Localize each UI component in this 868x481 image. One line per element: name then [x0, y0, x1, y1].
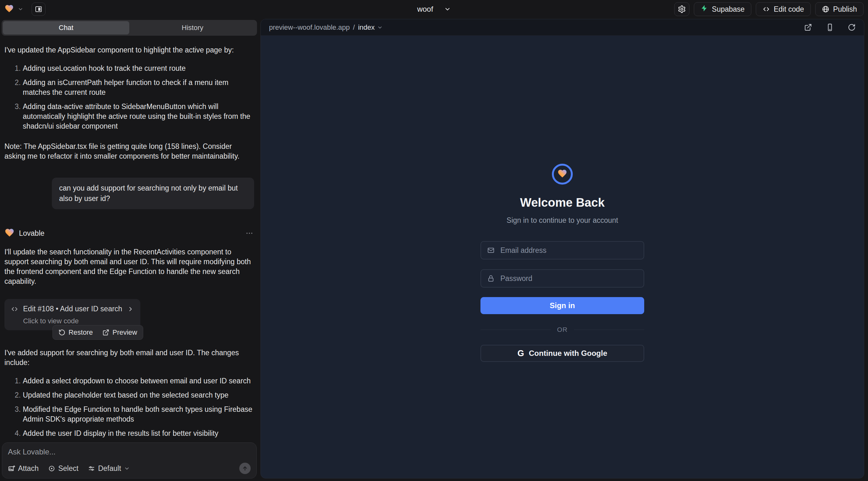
tab-chat[interactable]: Chat	[3, 21, 129, 34]
code-icon	[11, 305, 18, 313]
panel-left-icon	[35, 5, 42, 13]
lock-icon	[487, 275, 495, 282]
project-name: woof	[417, 5, 433, 13]
list-item: Added the user ID display in the results…	[23, 428, 254, 438]
mail-icon	[487, 247, 495, 254]
assistant-message-summary: I've added support for searching by both…	[4, 348, 254, 367]
message-options-button[interactable]	[245, 229, 254, 237]
chat-panel: Chat History I've updated the AppSidebar…	[0, 18, 258, 481]
chevron-down-icon[interactable]	[377, 25, 383, 30]
list-item: Updated the placeholder text based on th…	[23, 390, 254, 400]
chat-message-list[interactable]: I've updated the AppSidebar component to…	[0, 36, 258, 439]
edit-code-button[interactable]: Edit code	[756, 2, 811, 16]
mode-selector-button[interactable]: Default	[88, 464, 130, 473]
attach-button[interactable]: Attach	[8, 464, 38, 473]
app-logo	[552, 164, 573, 185]
assistant-message-list: Adding useLocation hook to track the cur…	[4, 64, 254, 131]
lovable-heart-icon	[4, 228, 14, 239]
attach-label: Attach	[18, 464, 38, 473]
url-path-separator: /	[353, 23, 355, 32]
select-element-button[interactable]: Select	[48, 464, 79, 473]
chevron-down-icon	[124, 466, 130, 472]
preview-panel: preview--woof.lovable.app / index	[260, 19, 864, 478]
list-item: Adding an isCurrentPath helper function …	[23, 78, 254, 97]
restore-button[interactable]: Restore	[59, 328, 93, 336]
email-field[interactable]	[500, 246, 638, 255]
settings-button[interactable]	[674, 2, 689, 16]
tab-history[interactable]: History	[129, 21, 256, 34]
assistant-message-list-2: Added a select dropdown to choose betwee…	[4, 376, 254, 438]
project-switcher[interactable]: woof	[417, 5, 451, 13]
preview-url: preview--woof.lovable.app	[269, 23, 350, 32]
lovable-logo-heart-icon[interactable]	[4, 4, 14, 14]
assistant-header: Lovable	[4, 228, 254, 239]
page-title: Welcome Back	[520, 196, 605, 210]
edit-code-label: Edit code	[774, 5, 804, 13]
chat-history-tabs: Chat History	[2, 20, 257, 36]
restore-icon	[59, 329, 65, 336]
select-label: Select	[58, 464, 79, 473]
topbar-actions: Supabase Edit code Publish	[674, 2, 864, 16]
continue-with-google-button[interactable]: G Continue with Google	[480, 345, 644, 362]
preview-label: Preview	[113, 328, 137, 336]
supabase-label: Supabase	[712, 5, 745, 13]
supabase-button[interactable]: Supabase	[694, 2, 751, 16]
refresh-button[interactable]	[848, 23, 856, 31]
chat-composer: Attach Select Default	[2, 443, 257, 478]
project-chevron-down-icon	[444, 6, 451, 13]
topbar-left	[4, 3, 45, 16]
edit-card-title: Edit #108 • Add user ID search supp...	[23, 304, 122, 313]
publish-label: Publish	[833, 5, 857, 13]
google-button-label: Continue with Google	[529, 349, 607, 358]
gear-icon	[678, 5, 686, 13]
restore-label: Restore	[69, 328, 93, 336]
signin-form: Sign in OR G Continue with Google	[480, 241, 644, 362]
list-item: Added a select dropdown to choose betwee…	[23, 376, 254, 386]
attach-image-icon	[8, 465, 15, 472]
target-icon	[48, 465, 55, 472]
list-item: Modified the Edge Function to handle bot…	[23, 405, 254, 424]
send-button[interactable]	[239, 463, 251, 474]
heart-icon	[557, 168, 567, 180]
google-g-icon: G	[518, 349, 524, 358]
sign-in-button[interactable]: Sign in	[480, 297, 644, 314]
preview-button[interactable]: Preview	[102, 328, 137, 336]
user-message-bubble: can you add support for searching not on…	[52, 178, 254, 209]
edit-card-subtitle: Click to view code	[23, 317, 134, 325]
sliders-icon	[88, 465, 95, 472]
chevron-right-icon	[127, 306, 134, 313]
top-bar: woof Supabase Edit code Publish	[0, 0, 868, 18]
workspace-chevron-down-icon[interactable]	[18, 6, 23, 12]
external-link-icon	[102, 329, 110, 336]
password-field-wrap	[480, 269, 644, 288]
preview-header: preview--woof.lovable.app / index	[261, 19, 864, 36]
preview-app-content: Welcome Back Sign in to continue to your…	[261, 36, 864, 478]
main-split: Chat History I've updated the AppSidebar…	[0, 18, 868, 481]
supabase-bolt-icon	[701, 4, 708, 14]
or-divider: OR	[480, 326, 644, 333]
code-icon	[763, 5, 770, 13]
preview-route-selector[interactable]: index	[358, 23, 375, 32]
publish-button[interactable]: Publish	[815, 2, 864, 16]
assistant-name: Lovable	[19, 229, 44, 238]
open-in-new-tab-button[interactable]	[804, 23, 812, 31]
mode-label: Default	[98, 464, 121, 473]
page-subtitle: Sign in to continue to your account	[507, 216, 618, 225]
version-actions-bar: Restore Preview	[53, 325, 143, 340]
assistant-message-intro-2: I'll update the search functionality in …	[4, 247, 254, 286]
arrow-up-icon	[242, 465, 248, 472]
list-item: Adding data-active attribute to SidebarM…	[23, 102, 254, 131]
password-field[interactable]	[500, 274, 638, 283]
edit-version-card[interactable]: Edit #108 • Add user ID search supp... C…	[4, 299, 141, 330]
globe-icon	[822, 5, 830, 13]
assistant-message-intro: I've updated the AppSidebar component to…	[4, 45, 254, 55]
chat-input[interactable]	[8, 448, 251, 463]
toggle-sidebar-button[interactable]	[32, 3, 45, 16]
assistant-message-note: Note: The AppSidebar.tsx file is getting…	[4, 141, 254, 161]
list-item: Adding useLocation hook to track the cur…	[23, 64, 254, 73]
or-divider-label: OR	[557, 326, 568, 333]
email-field-wrap	[480, 241, 644, 259]
mobile-view-button[interactable]	[826, 23, 834, 31]
